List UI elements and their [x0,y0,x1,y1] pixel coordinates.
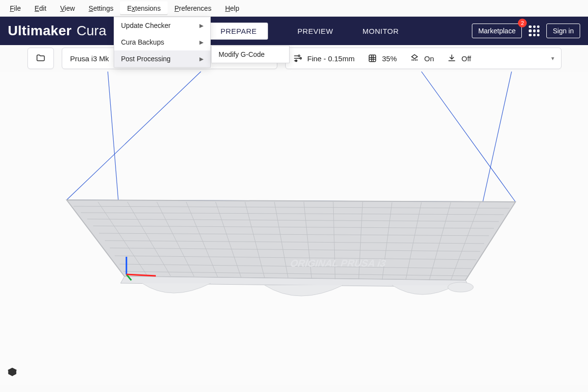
marketplace-button[interactable]: Marketplace [472,24,522,38]
marketplace-wrap: Marketplace 2 [472,24,522,38]
chevron-right-icon: ▶ [199,39,203,46]
infill-label: 35% [382,54,397,63]
buildplate-etched-text: ORIGINAL PRUSA i3 [289,257,388,268]
menu-preferences[interactable]: Preferences [168,1,219,15]
tab-prepare[interactable]: PREPARE [209,23,268,40]
svg-point-0 [298,55,300,56]
svg-point-11 [448,282,473,292]
tab-preview[interactable]: PREVIEW [297,27,333,35]
menu-post-processing[interactable]: Post Processing ▶ [114,50,210,67]
tab-monitor[interactable]: MONITOR [363,27,399,35]
view-top-icon[interactable] [42,367,54,378]
support-icon [410,53,419,63]
menu-edit[interactable]: Edit [28,1,53,15]
brand-text-1: Ultimaker [8,23,72,39]
folder-icon [36,53,46,63]
notification-badge: 2 [518,19,527,27]
settings-bar: Prusa i3 Mk ▾ Fine - 0.15mm 35% On Off ▾ [0,45,588,72]
sliders-icon [293,53,302,63]
chevron-right-icon: ▶ [199,56,203,62]
adhesion-label: Off [462,54,471,63]
viewport-3d[interactable]: ORIGINAL PRUSA i3 [0,72,588,385]
brand-text-2: Cura [76,23,106,39]
menu-item-label: Modify G-Code [219,50,265,58]
brand-bar: Ultimaker Cura PREPARE PREVIEW MONITOR M… [0,17,588,45]
printer-name: Prusa i3 Mk [70,54,109,63]
menu-modify-gcode[interactable]: Modify G-Code [212,46,289,63]
svg-line-5 [67,72,201,200]
chevron-right-icon: ▶ [199,23,203,29]
menu-item-label: Update Checker [121,22,171,29]
menu-item-label: Cura Backups [121,38,164,46]
view-right-icon[interactable] [77,367,89,378]
menu-settings[interactable]: Settings [82,1,121,15]
adhesion-icon [447,53,457,63]
support-group: On [410,53,434,63]
quality-group: Fine - 0.15mm [293,53,355,63]
svg-rect-3 [369,55,375,61]
apps-grid-icon[interactable] [529,25,539,36]
support-label: On [424,54,434,63]
post-processing-submenu: Modify G-Code [211,46,290,63]
menu-cura-backups[interactable]: Cura Backups ▶ [114,34,210,50]
view-left-icon[interactable] [60,367,72,378]
app-logo: Ultimaker Cura [8,23,106,39]
menu-view[interactable]: View [53,1,82,15]
menu-file[interactable]: File [3,1,28,15]
quality-label: Fine - 0.15mm [307,54,355,63]
print-settings-summary[interactable]: Fine - 0.15mm 35% On Off ▾ [285,48,562,69]
menu-extensions[interactable]: Extensions [120,1,168,15]
menu-update-checker[interactable]: Update Checker ▶ [114,17,210,34]
buildplate-svg: ORIGINAL PRUSA i3 [0,72,588,385]
open-file-button[interactable] [27,48,54,69]
signin-button[interactable]: Sign in [546,24,580,38]
brand-right: Marketplace 2 Sign in [472,24,580,38]
menu-help[interactable]: Help [218,1,246,15]
svg-line-6 [421,72,515,202]
menu-item-label: Post Processing [121,55,171,63]
chevron-down-icon: ▾ [551,55,554,62]
infill-icon [368,53,377,63]
stage-tabs: PREPARE PREVIEW MONITOR [209,23,399,40]
extensions-dropdown: Update Checker ▶ Cura Backups ▶ Post Pro… [114,17,211,68]
view-modes [7,367,89,378]
view-front-icon[interactable] [24,367,36,378]
adhesion-group: Off [447,53,471,63]
infill-group: 35% [368,53,397,63]
menu-bar: File Edit View Settings Extensions Prefe… [0,0,588,17]
